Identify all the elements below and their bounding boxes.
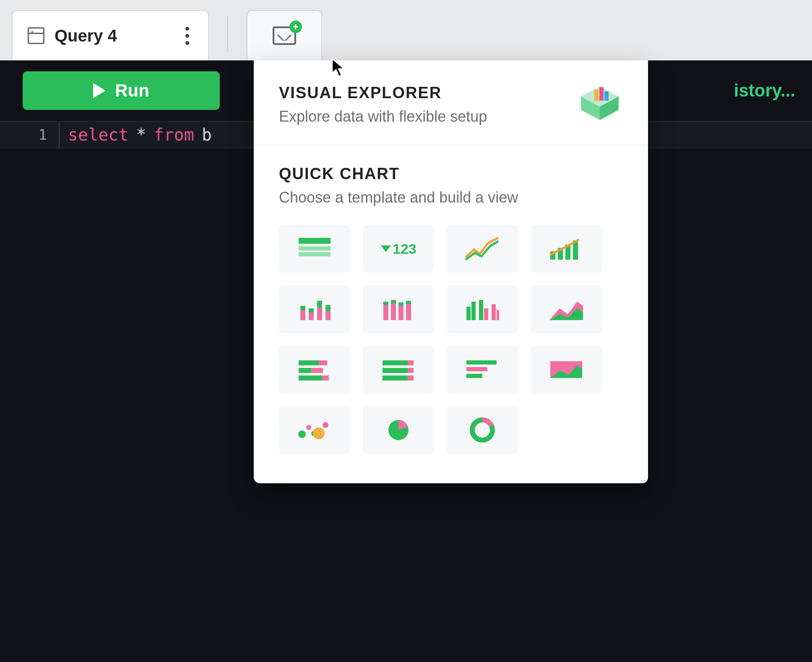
visual-explorer-title: VISUAL EXPLORER [279,84,487,102]
chart-type-combo-area[interactable] [531,346,602,394]
history-link[interactable]: istory... [734,81,795,101]
svg-rect-19 [317,308,322,320]
svg-rect-26 [391,300,396,303]
svg-rect-15 [300,310,305,320]
token-star: * [136,125,146,144]
svg-rect-36 [497,310,499,320]
visual-explorer-subtitle: Explore data with flexible setup [279,108,487,125]
chart-type-donut[interactable] [447,406,518,454]
chart-type-horizontal-bar-b[interactable] [363,346,434,394]
svg-rect-3 [594,90,599,101]
svg-rect-44 [322,375,329,381]
visual-explorer-icon [577,84,623,122]
quick-chart-subtitle: Choose a template and build a view [279,189,623,206]
svg-rect-30 [406,301,411,304]
svg-rect-48 [408,368,414,373]
visual-explorer-section[interactable]: VISUAL EXPLORER Explore data with flexib… [254,60,648,145]
keyword-from: from [154,125,194,144]
run-button[interactable]: Run [23,71,220,110]
svg-rect-34 [484,308,488,320]
line-number: 1 [0,126,59,143]
svg-rect-49 [383,375,408,381]
svg-rect-16 [300,306,305,310]
svg-rect-18 [309,308,314,313]
svg-rect-43 [299,375,322,381]
svg-rect-47 [383,368,408,373]
plus-badge-icon: + [289,21,302,33]
chart-type-horizontal-bar-a[interactable] [279,346,350,394]
chart-type-horizontal-bar-c[interactable] [447,346,518,394]
run-button-label: Run [115,81,149,101]
keyword-select: select [68,125,129,144]
svg-rect-53 [466,374,482,378]
chart-type-area[interactable] [531,285,602,333]
chart-type-big-number[interactable]: 123 [363,225,434,273]
svg-rect-4 [599,87,604,101]
svg-rect-35 [492,304,496,320]
chart-type-column-stacked[interactable] [279,285,350,333]
add-visualization-button[interactable]: + [247,10,322,60]
chart-type-line[interactable] [447,225,518,273]
chart-type-scatter[interactable] [279,406,350,454]
sql-icon [28,27,44,44]
quick-chart-title: QUICK CHART [279,165,623,183]
visualization-dropdown: VISUAL EXPLORER Explore data with flexib… [254,60,648,483]
quick-chart-section: QUICK CHART Choose a template and build … [254,145,648,483]
svg-rect-20 [317,301,322,308]
chart-type-bar-line[interactable] [531,225,602,273]
query-tab-label: Query 4 [55,26,169,45]
svg-rect-17 [309,313,314,320]
svg-text:123: 123 [393,241,416,257]
svg-rect-39 [299,360,319,365]
svg-rect-22 [325,305,331,311]
svg-rect-5 [604,91,609,101]
svg-rect-24 [383,302,388,305]
svg-rect-45 [383,360,408,365]
svg-rect-33 [479,300,483,320]
svg-rect-51 [466,360,497,365]
svg-rect-46 [408,360,414,365]
svg-rect-41 [299,368,311,373]
svg-rect-40 [319,360,327,365]
svg-point-60 [323,422,328,428]
svg-rect-50 [408,375,414,381]
tab-divider [227,16,228,52]
svg-point-57 [306,425,311,430]
svg-rect-32 [471,302,476,320]
chart-type-column-clustered[interactable] [447,285,518,333]
token-rest: b [202,125,212,144]
svg-rect-6 [299,238,331,244]
chart-type-pie[interactable] [363,406,434,454]
play-icon [93,83,106,98]
svg-rect-8 [299,252,331,256]
svg-rect-7 [299,246,331,250]
svg-rect-42 [311,368,323,373]
chart-type-table[interactable] [279,225,350,273]
tab-more-button[interactable] [179,23,195,48]
svg-marker-9 [381,245,391,252]
code-text: select * from b [59,122,212,148]
svg-rect-52 [466,367,487,371]
query-tab[interactable]: Query 4 [12,10,209,60]
svg-point-56 [298,430,306,438]
svg-rect-21 [325,311,331,320]
chart-type-column-grouped[interactable] [363,285,434,333]
svg-rect-28 [398,302,403,306]
quick-chart-grid: 123 [279,225,623,454]
svg-rect-31 [466,307,471,320]
svg-point-59 [313,427,325,439]
tab-bar: Query 4 + [0,0,812,60]
cursor-icon [331,58,348,78]
